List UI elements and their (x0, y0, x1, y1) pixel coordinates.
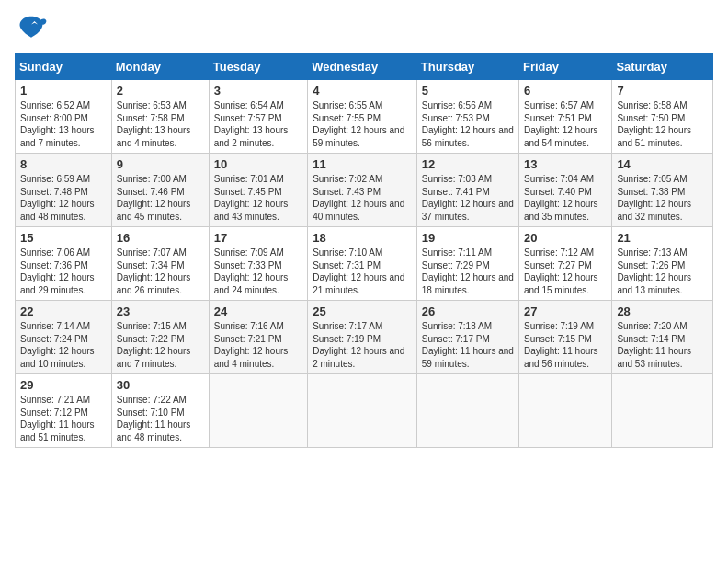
day-number: 26 (422, 304, 514, 318)
day-content: Sunrise: 7:16 AMSunset: 7:21 PMDaylight:… (214, 320, 302, 370)
calendar-cell: 9Sunrise: 7:00 AMSunset: 7:46 PMDaylight… (111, 154, 209, 227)
day-content: Sunrise: 6:54 AMSunset: 7:57 PMDaylight:… (214, 99, 302, 149)
day-content: Sunrise: 7:09 AMSunset: 7:33 PMDaylight:… (214, 247, 302, 296)
day-content: Sunrise: 6:52 AMSunset: 8:00 PMDaylight:… (20, 99, 107, 149)
day-number: 15 (20, 231, 107, 245)
calendar-cell: 13Sunrise: 7:04 AMSunset: 7:40 PMDayligh… (518, 154, 611, 227)
calendar-cell: 25Sunrise: 7:17 AMSunset: 7:19 PMDayligh… (308, 301, 417, 374)
day-number: 10 (214, 157, 302, 171)
day-content: Sunrise: 7:02 AMSunset: 7:43 PMDaylight:… (313, 173, 412, 223)
column-header-tuesday: Tuesday (209, 54, 307, 80)
calendar-cell: 7Sunrise: 6:58 AMSunset: 7:50 PMDaylight… (612, 80, 713, 154)
calendar-week-row: 22Sunrise: 7:14 AMSunset: 7:24 PMDayligh… (16, 301, 713, 374)
calendar-cell: 12Sunrise: 7:03 AMSunset: 7:41 PMDayligh… (416, 154, 518, 227)
day-number: 11 (313, 157, 412, 171)
calendar-cell (308, 374, 417, 448)
logo (15, 15, 51, 42)
calendar-cell: 19Sunrise: 7:11 AMSunset: 7:29 PMDayligh… (416, 227, 518, 301)
day-content: Sunrise: 7:17 AMSunset: 7:19 PMDaylight:… (313, 320, 412, 370)
calendar-cell: 1Sunrise: 6:52 AMSunset: 8:00 PMDaylight… (16, 80, 112, 154)
day-number: 3 (214, 84, 302, 98)
calendar-cell: 2Sunrise: 6:53 AMSunset: 7:58 PMDaylight… (111, 80, 209, 154)
calendar-cell (518, 374, 611, 448)
day-content: Sunrise: 7:06 AMSunset: 7:36 PMDaylight:… (20, 247, 107, 296)
calendar-cell: 27Sunrise: 7:19 AMSunset: 7:15 PMDayligh… (518, 301, 611, 374)
day-content: Sunrise: 7:14 AMSunset: 7:24 PMDaylight:… (20, 320, 107, 370)
day-content: Sunrise: 7:13 AMSunset: 7:26 PMDaylight:… (617, 247, 708, 296)
calendar-cell: 23Sunrise: 7:15 AMSunset: 7:22 PMDayligh… (111, 301, 209, 374)
day-content: Sunrise: 7:21 AMSunset: 7:12 PMDaylight:… (20, 394, 107, 443)
day-content: Sunrise: 7:07 AMSunset: 7:34 PMDaylight:… (117, 247, 204, 296)
day-content: Sunrise: 6:55 AMSunset: 7:55 PMDaylight:… (313, 99, 412, 149)
day-number: 16 (117, 231, 204, 245)
calendar-cell: 16Sunrise: 7:07 AMSunset: 7:34 PMDayligh… (111, 227, 209, 301)
column-header-wednesday: Wednesday (308, 54, 417, 80)
day-number: 25 (313, 304, 412, 318)
day-number: 1 (20, 84, 107, 98)
calendar-cell: 21Sunrise: 7:13 AMSunset: 7:26 PMDayligh… (612, 227, 713, 301)
calendar-cell: 11Sunrise: 7:02 AMSunset: 7:43 PMDayligh… (308, 154, 417, 227)
calendar-cell: 29Sunrise: 7:21 AMSunset: 7:12 PMDayligh… (16, 374, 112, 448)
day-content: Sunrise: 7:11 AMSunset: 7:29 PMDaylight:… (422, 247, 514, 296)
day-number: 27 (524, 304, 607, 318)
calendar-cell (416, 374, 518, 448)
calendar-cell: 26Sunrise: 7:18 AMSunset: 7:17 PMDayligh… (416, 301, 518, 374)
column-header-thursday: Thursday (416, 54, 518, 80)
day-content: Sunrise: 7:03 AMSunset: 7:41 PMDaylight:… (422, 173, 514, 223)
day-number: 24 (214, 304, 302, 318)
calendar-cell: 28Sunrise: 7:20 AMSunset: 7:14 PMDayligh… (612, 301, 713, 374)
day-number: 23 (117, 304, 204, 318)
day-content: Sunrise: 7:22 AMSunset: 7:10 PMDaylight:… (117, 394, 204, 443)
day-number: 12 (422, 157, 514, 171)
calendar-cell: 3Sunrise: 6:54 AMSunset: 7:57 PMDaylight… (209, 80, 307, 154)
calendar-cell (612, 374, 713, 448)
day-number: 18 (313, 231, 412, 245)
calendar-cell: 15Sunrise: 7:06 AMSunset: 7:36 PMDayligh… (16, 227, 112, 301)
day-content: Sunrise: 7:01 AMSunset: 7:45 PMDaylight:… (214, 173, 302, 223)
header (15, 15, 713, 42)
day-content: Sunrise: 6:53 AMSunset: 7:58 PMDaylight:… (117, 99, 204, 149)
day-number: 28 (617, 304, 708, 318)
day-number: 5 (422, 84, 514, 98)
calendar-cell: 4Sunrise: 6:55 AMSunset: 7:55 PMDaylight… (308, 80, 417, 154)
column-header-friday: Friday (518, 54, 611, 80)
day-number: 30 (117, 378, 204, 392)
day-number: 22 (20, 304, 107, 318)
day-number: 14 (617, 157, 708, 171)
day-content: Sunrise: 7:04 AMSunset: 7:40 PMDaylight:… (524, 173, 607, 223)
day-content: Sunrise: 7:00 AMSunset: 7:46 PMDaylight:… (117, 173, 204, 223)
calendar-cell: 22Sunrise: 7:14 AMSunset: 7:24 PMDayligh… (16, 301, 112, 374)
logo-icon (15, 15, 48, 42)
calendar-cell: 5Sunrise: 6:56 AMSunset: 7:53 PMDaylight… (416, 80, 518, 154)
calendar-week-row: 1Sunrise: 6:52 AMSunset: 8:00 PMDaylight… (16, 80, 713, 154)
day-content: Sunrise: 6:58 AMSunset: 7:50 PMDaylight:… (617, 99, 708, 149)
calendar-header-row: SundayMondayTuesdayWednesdayThursdayFrid… (16, 54, 713, 80)
day-number: 13 (524, 157, 607, 171)
day-number: 20 (524, 231, 607, 245)
calendar-cell: 10Sunrise: 7:01 AMSunset: 7:45 PMDayligh… (209, 154, 307, 227)
calendar-cell: 30Sunrise: 7:22 AMSunset: 7:10 PMDayligh… (111, 374, 209, 448)
calendar-week-row: 8Sunrise: 6:59 AMSunset: 7:48 PMDaylight… (16, 154, 713, 227)
day-content: Sunrise: 7:20 AMSunset: 7:14 PMDaylight:… (617, 320, 708, 370)
calendar-cell: 14Sunrise: 7:05 AMSunset: 7:38 PMDayligh… (612, 154, 713, 227)
calendar-cell: 24Sunrise: 7:16 AMSunset: 7:21 PMDayligh… (209, 301, 307, 374)
day-content: Sunrise: 6:56 AMSunset: 7:53 PMDaylight:… (422, 99, 514, 149)
calendar-cell: 17Sunrise: 7:09 AMSunset: 7:33 PMDayligh… (209, 227, 307, 301)
day-number: 21 (617, 231, 708, 245)
day-number: 19 (422, 231, 514, 245)
day-number: 9 (117, 157, 204, 171)
calendar-cell: 20Sunrise: 7:12 AMSunset: 7:27 PMDayligh… (518, 227, 611, 301)
calendar-week-row: 15Sunrise: 7:06 AMSunset: 7:36 PMDayligh… (16, 227, 713, 301)
day-number: 17 (214, 231, 302, 245)
day-content: Sunrise: 7:18 AMSunset: 7:17 PMDaylight:… (422, 320, 514, 370)
day-number: 2 (117, 84, 204, 98)
calendar-cell: 18Sunrise: 7:10 AMSunset: 7:31 PMDayligh… (308, 227, 417, 301)
calendar-cell: 6Sunrise: 6:57 AMSunset: 7:51 PMDaylight… (518, 80, 611, 154)
day-content: Sunrise: 6:59 AMSunset: 7:48 PMDaylight:… (20, 173, 107, 223)
day-content: Sunrise: 7:19 AMSunset: 7:15 PMDaylight:… (524, 320, 607, 370)
calendar-week-row: 29Sunrise: 7:21 AMSunset: 7:12 PMDayligh… (16, 374, 713, 448)
day-content: Sunrise: 7:05 AMSunset: 7:38 PMDaylight:… (617, 173, 708, 223)
calendar-table: SundayMondayTuesdayWednesdayThursdayFrid… (15, 53, 713, 448)
day-number: 4 (313, 84, 412, 98)
day-content: Sunrise: 6:57 AMSunset: 7:51 PMDaylight:… (524, 99, 607, 149)
